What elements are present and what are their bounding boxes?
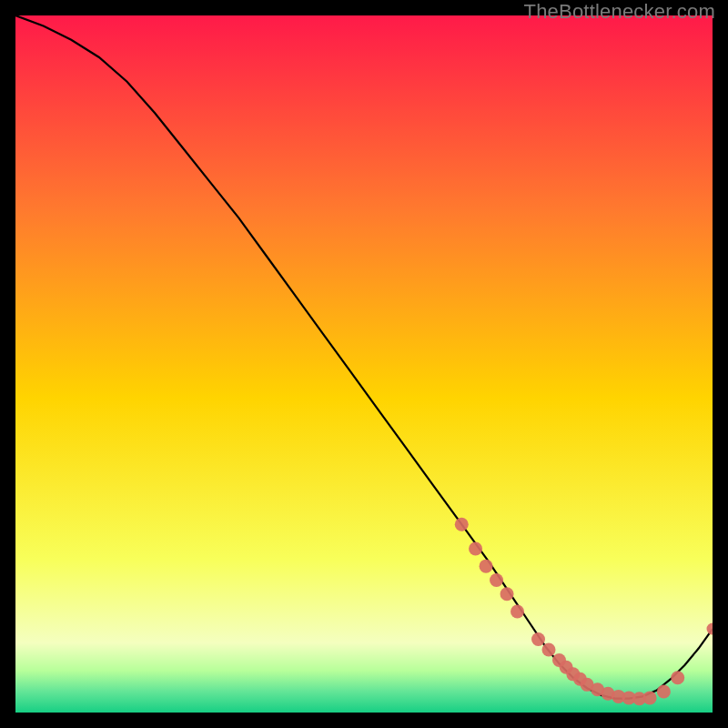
chart-svg [15,15,713,713]
data-marker [657,685,671,699]
data-marker [671,671,684,684]
chart-frame: TheBottlenecker.com [0,0,728,728]
data-marker [643,691,657,704]
gradient-background [15,15,713,713]
data-marker [490,573,503,587]
watermark-text: TheBottlenecker.com [524,0,715,24]
data-marker [455,518,469,531]
data-marker [500,587,514,601]
data-marker [531,632,545,646]
data-marker [480,560,493,573]
data-marker [511,604,524,618]
plot-area [15,15,713,713]
data-marker [469,541,482,555]
data-marker [541,643,555,657]
